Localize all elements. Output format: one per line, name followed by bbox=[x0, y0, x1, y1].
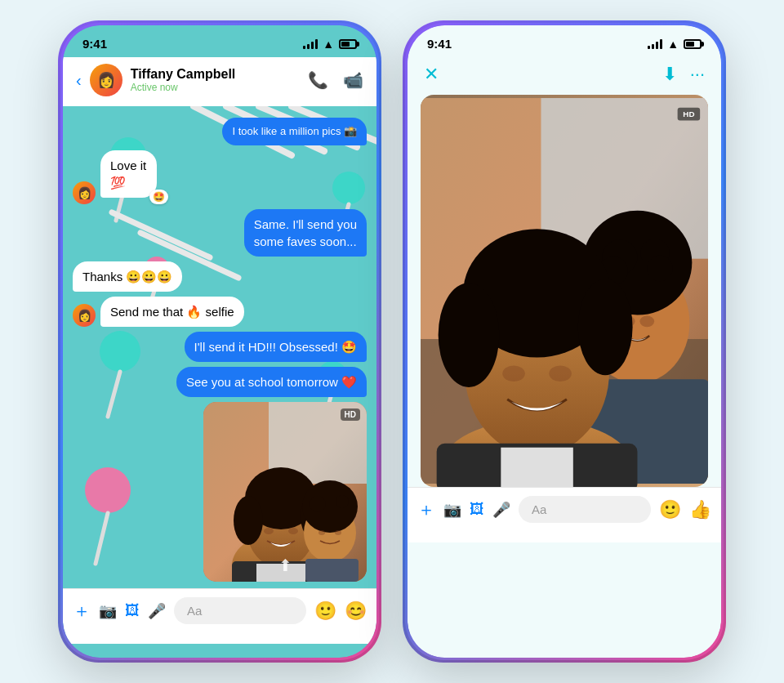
signal-icon-right bbox=[648, 39, 662, 49]
viewer-actions: ⬇ ··· bbox=[662, 64, 705, 85]
svg-point-32 bbox=[310, 496, 326, 512]
svg-point-52 bbox=[439, 283, 500, 387]
battery-icon bbox=[339, 39, 357, 49]
photo-message[interactable]: HD ⬆ bbox=[203, 402, 367, 582]
thumbsup-button[interactable]: 👍 bbox=[689, 499, 711, 520]
phone-frame-left: 9:41 ▲ ‹ 👩 bbox=[60, 23, 379, 660]
svg-point-47 bbox=[639, 315, 654, 327]
svg-rect-57 bbox=[501, 448, 572, 487]
message-row-6: I'll send it HD!!! Obsessed! 🤩 bbox=[73, 332, 367, 362]
plus-button-right[interactable]: ＋ bbox=[417, 498, 435, 522]
bottom-bar-left: ＋ 📷 🖼 🎤 Aa 🙂 😊 bbox=[63, 588, 376, 644]
svg-point-45 bbox=[647, 256, 672, 281]
full-photo-svg: HD bbox=[421, 95, 708, 487]
svg-point-33 bbox=[336, 495, 349, 508]
phone-screen-left: 9:41 ▲ ‹ 👩 bbox=[63, 25, 376, 658]
camera-button[interactable]: 📷 bbox=[99, 602, 117, 620]
contact-name: Tiffany Campbell bbox=[131, 67, 300, 82]
contact-status: Active now bbox=[131, 82, 300, 93]
time-right: 9:41 bbox=[427, 37, 452, 51]
bottom-bar-right: ＋ 📷 🖼 🎤 Aa 🙂 👍 bbox=[408, 487, 721, 542]
plus-button[interactable]: ＋ bbox=[73, 599, 91, 623]
message-bubble-5: Send me that 🔥 selfie bbox=[100, 297, 244, 327]
full-photo-view[interactable]: HD bbox=[421, 95, 708, 487]
more-button[interactable]: ··· bbox=[690, 64, 705, 85]
header-actions: 📞 📹 bbox=[308, 70, 363, 90]
media-content: HD bbox=[408, 95, 721, 487]
mic-button-right[interactable]: 🎤 bbox=[492, 501, 510, 519]
phone-right: 9:41 ▲ ✕ ⬇ bbox=[405, 23, 724, 660]
viewer-header: ✕ ⬇ ··· bbox=[408, 57, 721, 95]
status-bar-right: 9:41 ▲ bbox=[408, 25, 721, 57]
svg-point-54 bbox=[502, 365, 525, 382]
svg-point-35 bbox=[335, 530, 341, 535]
photo-button[interactable]: 🖼 bbox=[125, 602, 140, 619]
message-row-2: 👩 Love it 💯 🤩 bbox=[73, 150, 367, 204]
contact-avatar-5: 👩 bbox=[73, 304, 96, 327]
chat-header: ‹ 👩 Tiffany Campbell Active now 📞 📹 bbox=[63, 57, 376, 106]
status-bar-left: 9:41 ▲ bbox=[63, 25, 376, 57]
photo-container[interactable]: HD ⬆ bbox=[203, 402, 367, 582]
time-left: 9:41 bbox=[82, 37, 107, 51]
phone-frame-right: 9:41 ▲ ✕ ⬇ bbox=[405, 23, 724, 660]
download-button[interactable]: ⬇ bbox=[662, 64, 677, 85]
svg-rect-36 bbox=[305, 559, 359, 582]
share-button[interactable]: ⬆ bbox=[278, 556, 292, 575]
emoji-button[interactable]: 🙂 bbox=[314, 600, 336, 622]
phone-left: 9:41 ▲ ‹ 👩 bbox=[60, 23, 379, 660]
input-placeholder: Aa bbox=[187, 604, 202, 618]
status-icons-right: ▲ bbox=[648, 38, 702, 51]
message-bubble-6: I'll send it HD!!! Obsessed! 🤩 bbox=[185, 332, 367, 362]
photo-button-right[interactable]: 🖼 bbox=[470, 501, 484, 518]
status-icons-left: ▲ bbox=[303, 38, 357, 51]
svg-point-24 bbox=[234, 496, 263, 545]
input-placeholder-right: Aa bbox=[532, 502, 546, 516]
viewer-close-button[interactable]: ✕ bbox=[424, 64, 439, 85]
message-row-5: 👩 Send me that 🔥 selfie bbox=[73, 297, 367, 327]
video-call-button[interactable]: 📹 bbox=[343, 70, 363, 90]
emoji-button-right[interactable]: 🙂 bbox=[659, 499, 681, 520]
mic-button[interactable]: 🎤 bbox=[148, 602, 166, 620]
signal-icon bbox=[303, 39, 318, 49]
message-bubble-7: See you at school tomorrow ❤️ bbox=[176, 367, 367, 397]
svg-point-26 bbox=[264, 528, 274, 534]
message-bubble-3: Same. I'll send yousome faves soon... bbox=[244, 209, 367, 257]
message-bubble-2: Love it 💯 bbox=[100, 150, 157, 198]
message-bubble-1: I took like a million pics 📸 bbox=[222, 118, 367, 145]
sticker-button[interactable]: 😊 bbox=[345, 600, 367, 622]
chat-area: I took like a million pics 📸 👩 Love it 💯… bbox=[63, 106, 376, 588]
hd-badge-photo: HD bbox=[341, 408, 360, 421]
svg-point-55 bbox=[549, 365, 572, 382]
message-bubble-4: Thanks 😀😀😀 bbox=[73, 261, 182, 292]
contact-avatar: 👩 bbox=[90, 64, 122, 96]
svg-point-34 bbox=[318, 530, 325, 535]
phone-screen-right: 9:41 ▲ ✕ ⬇ bbox=[408, 25, 721, 658]
svg-text:HD: HD bbox=[683, 109, 694, 118]
contact-info: Tiffany Campbell Active now bbox=[131, 67, 300, 93]
phone-call-button[interactable]: 📞 bbox=[308, 70, 328, 90]
message-row-1: I took like a million pics 📸 bbox=[73, 118, 367, 145]
message-row-3: Same. I'll send yousome faves soon... bbox=[73, 209, 367, 257]
back-button[interactable]: ‹ bbox=[76, 71, 82, 90]
message-row-photo[interactable]: HD ⬆ bbox=[73, 402, 367, 582]
message-input[interactable]: Aa bbox=[174, 597, 306, 624]
battery-icon-right bbox=[684, 39, 702, 49]
selfie-photo bbox=[203, 402, 367, 582]
message-input-right[interactable]: Aa bbox=[519, 496, 651, 523]
contact-avatar-2: 👩 bbox=[73, 181, 96, 204]
wifi-icon-right: ▲ bbox=[667, 38, 679, 51]
message-row-4: Thanks 😀😀😀 bbox=[73, 261, 367, 292]
camera-button-right[interactable]: 📷 bbox=[443, 501, 461, 519]
message-row-7: See you at school tomorrow ❤️ bbox=[73, 367, 367, 397]
svg-point-53 bbox=[578, 279, 633, 375]
svg-point-27 bbox=[288, 528, 298, 534]
wifi-icon: ▲ bbox=[323, 38, 334, 51]
message-with-reaction: Love it 💯 🤩 bbox=[100, 150, 175, 198]
reaction-badge: 🤩 bbox=[149, 190, 168, 204]
